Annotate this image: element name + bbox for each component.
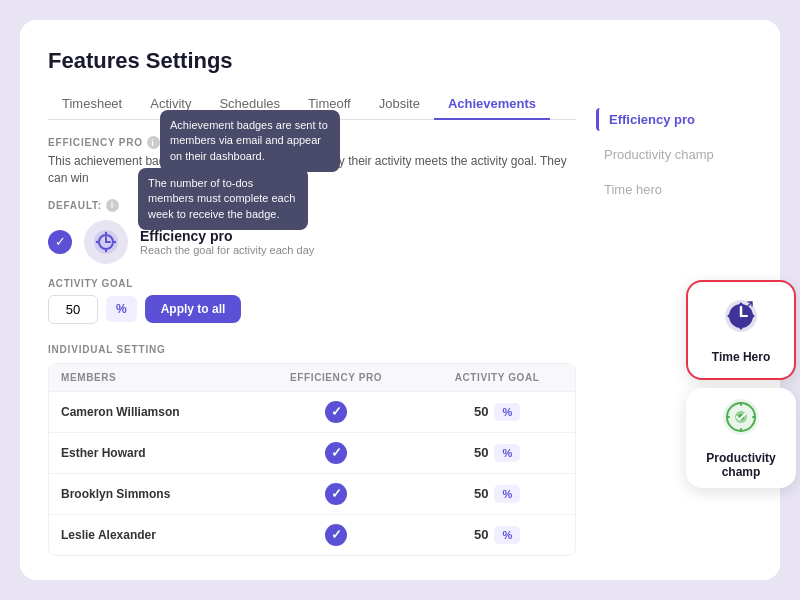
member-pct: %: [494, 403, 520, 421]
table-row: Brooklyn Simmons ✓ 50 %: [49, 473, 575, 514]
table-row: Leslie Alexander ✓ 50 %: [49, 514, 575, 555]
default-label: DEFAULT: i: [48, 199, 576, 212]
badge-desc: Reach the goal for activity each day: [140, 244, 314, 256]
badge-row: ✓ Efficiency pro Reach the goal for a: [48, 220, 576, 264]
apply-to-all-button[interactable]: Apply to all: [145, 295, 242, 323]
svg-point-12: [740, 303, 743, 306]
info-icon-2[interactable]: i: [106, 199, 119, 212]
page-title: Features Settings: [48, 48, 576, 74]
member-name: Esther Howard: [49, 432, 253, 473]
tab-achievements[interactable]: Achievements: [434, 90, 550, 119]
check-circle[interactable]: ✓: [48, 230, 72, 254]
check-icon[interactable]: ✓: [325, 401, 347, 423]
table-row: Cameron Williamson ✓ 50 %: [49, 391, 575, 432]
time-hero-icon: [721, 296, 761, 344]
member-name: Brooklyn Simmons: [49, 473, 253, 514]
goal-input[interactable]: [48, 295, 98, 324]
individual-label: INDIVIDUAL SETTING: [48, 344, 576, 355]
sidebar-nav-efficiency-pro[interactable]: Efficiency pro: [596, 108, 756, 131]
member-name: Leslie Alexander: [49, 514, 253, 555]
svg-point-4: [105, 231, 107, 233]
badge-icon: [84, 220, 128, 264]
member-goal: 50 %: [419, 391, 575, 432]
members-table: MEMBERS EFFICIENCY PRO ACTIVITY GOAL Cam…: [49, 364, 575, 555]
member-pct: %: [494, 526, 520, 544]
activity-goal-sublabel: ACTIVITY GOAL: [48, 278, 576, 289]
table-row: Esther Howard ✓ 50 %: [49, 432, 575, 473]
float-label-hero: Time Hero: [712, 350, 770, 364]
check-icon[interactable]: ✓: [325, 483, 347, 505]
col-activity-goal: ACTIVITY GOAL: [419, 364, 575, 392]
members-table-wrapper: MEMBERS EFFICIENCY PRO ACTIVITY GOAL Cam…: [48, 363, 576, 556]
member-name: Cameron Williamson: [49, 391, 253, 432]
sidebar-nav-productivity-champ[interactable]: Productivity champ: [596, 143, 756, 166]
member-efficiency[interactable]: ✓: [253, 514, 419, 555]
tooltip-1: Achievement badges are sent to members v…: [160, 110, 340, 172]
individual-section: INDIVIDUAL SETTING MEMBERS EFFICIENCY PR…: [48, 344, 576, 556]
svg-point-7: [114, 240, 116, 242]
pct-badge: %: [106, 296, 137, 322]
activity-goal-row: % Apply to all: [48, 295, 576, 324]
member-efficiency[interactable]: ✓: [253, 432, 419, 473]
sidebar-nav-time-hero[interactable]: Time hero: [596, 178, 756, 201]
float-card-time-hero[interactable]: Time Hero: [686, 280, 796, 380]
tab-timesheet[interactable]: Timesheet: [48, 90, 136, 119]
badge-info: Efficiency pro Reach the goal for activi…: [140, 228, 314, 256]
float-card-productivity-champ[interactable]: Productivity champ: [686, 388, 796, 488]
member-goal: 50 %: [419, 514, 575, 555]
check-icon[interactable]: ✓: [325, 524, 347, 546]
main-panel: Features Settings Timesheet Activity Sch…: [48, 48, 576, 552]
settings-container: Features Settings Timesheet Activity Sch…: [20, 20, 780, 580]
svg-point-6: [96, 240, 98, 242]
check-icon[interactable]: ✓: [325, 442, 347, 464]
member-goal: 50 %: [419, 473, 575, 514]
svg-point-14: [728, 315, 731, 318]
member-pct: %: [494, 444, 520, 462]
member-efficiency[interactable]: ✓: [253, 473, 419, 514]
member-efficiency[interactable]: ✓: [253, 391, 419, 432]
float-label-prod: Productivity champ: [700, 451, 782, 479]
svg-point-13: [740, 327, 743, 330]
prod-champ-icon: [721, 397, 761, 445]
tooltip-2: The number of to-dos members must comple…: [138, 168, 308, 230]
col-members: MEMBERS: [49, 364, 253, 392]
svg-point-5: [105, 249, 107, 251]
tab-jobsite[interactable]: Jobsite: [365, 90, 434, 119]
info-icon-1[interactable]: i: [147, 136, 160, 149]
col-efficiency: EFFICIENCY PRO: [253, 364, 419, 392]
member-pct: %: [494, 485, 520, 503]
svg-point-15: [752, 315, 755, 318]
member-goal: 50 %: [419, 432, 575, 473]
efficiency-icon-svg: [92, 228, 120, 256]
